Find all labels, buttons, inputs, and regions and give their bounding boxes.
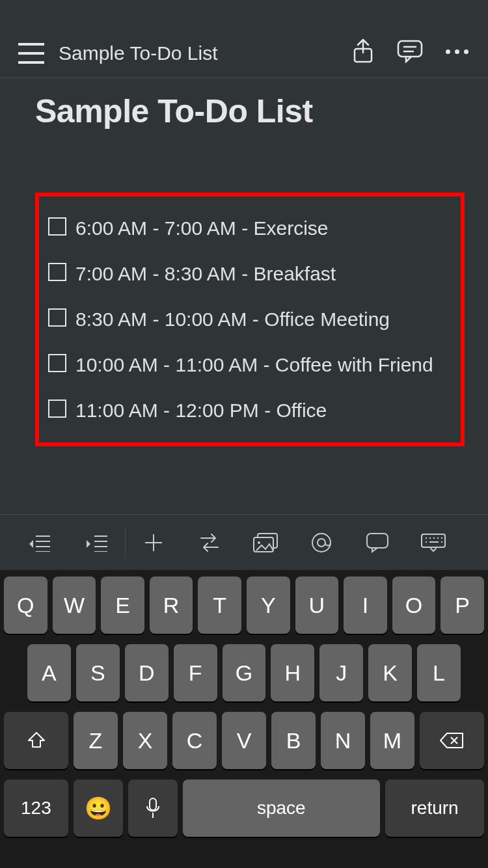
svg-rect-1: [398, 41, 422, 57]
backspace-key[interactable]: [420, 712, 484, 769]
svg-point-16: [258, 541, 260, 544]
checkbox-icon[interactable]: [48, 308, 66, 327]
checkbox-icon[interactable]: [48, 263, 66, 281]
key-k[interactable]: K: [368, 644, 412, 701]
key-l[interactable]: L: [417, 644, 461, 701]
todo-item[interactable]: 10:00 AM - 11:00 AM - Coffee with Friend: [46, 351, 446, 379]
key-j[interactable]: J: [319, 644, 363, 701]
key-m[interactable]: M: [370, 712, 414, 769]
comment-add-icon[interactable]: [349, 515, 405, 571]
svg-rect-31: [150, 798, 156, 810]
todo-text[interactable]: 6:00 AM - 7:00 AM - Exercise: [75, 215, 329, 242]
todo-text[interactable]: 10:00 AM - 11:00 AM - Coffee with Friend: [75, 351, 433, 379]
keyboard-dismiss-icon[interactable]: [405, 515, 461, 571]
keyboard-row-4: 123 😀 space return: [4, 780, 484, 837]
numbers-key[interactable]: 123: [4, 780, 68, 837]
emoji-key[interactable]: 😀: [74, 780, 123, 837]
key-e[interactable]: E: [101, 576, 144, 634]
todo-highlight-box: 6:00 AM - 7:00 AM - Exercise 7:00 AM - 8…: [35, 193, 465, 446]
indent-icon[interactable]: [69, 515, 125, 571]
top-nav: Sample To-Do List: [0, 0, 488, 78]
turn-into-icon[interactable]: [182, 515, 237, 571]
checkbox-icon[interactable]: [48, 354, 66, 372]
key-r[interactable]: R: [150, 576, 193, 634]
key-o[interactable]: O: [392, 576, 436, 634]
todo-item[interactable]: 8:30 AM - 10:00 AM - Office Meeting: [46, 306, 446, 333]
page-content: Sample To-Do List 6:00 AM - 7:00 AM - Ex…: [0, 78, 488, 446]
key-u[interactable]: U: [295, 576, 339, 634]
keyboard-row-3: Z X C V B N M: [4, 712, 484, 769]
svg-point-17: [312, 534, 331, 552]
mention-icon[interactable]: [293, 515, 349, 571]
key-f[interactable]: F: [174, 644, 217, 701]
shift-key[interactable]: [4, 712, 68, 769]
svg-rect-19: [367, 534, 388, 548]
key-i[interactable]: I: [344, 576, 387, 634]
outdent-icon[interactable]: [13, 515, 69, 571]
svg-point-18: [318, 539, 325, 547]
keyboard-row-1: Q W E R T Y U I O P: [4, 576, 484, 634]
todo-item[interactable]: 6:00 AM - 7:00 AM - Exercise: [46, 215, 446, 242]
key-z[interactable]: Z: [74, 712, 118, 769]
todo-text[interactable]: 11:00 AM - 12:00 PM - Office: [75, 397, 327, 424]
image-icon[interactable]: [237, 515, 293, 571]
key-d[interactable]: D: [125, 644, 169, 701]
more-icon[interactable]: [444, 38, 470, 64]
add-block-icon[interactable]: [126, 515, 182, 571]
key-w[interactable]: W: [53, 576, 96, 634]
key-p[interactable]: P: [441, 576, 484, 634]
todo-text[interactable]: 8:30 AM - 10:00 AM - Office Meeting: [75, 306, 390, 333]
todo-item[interactable]: 7:00 AM - 8:30 AM - Breakfast: [46, 260, 446, 288]
dictation-key[interactable]: [128, 780, 178, 837]
nav-left: Sample To-Do List: [18, 42, 350, 64]
checkbox-icon[interactable]: [48, 217, 66, 236]
key-v[interactable]: V: [222, 712, 266, 769]
onscreen-keyboard: Q W E R T Y U I O P A S D F G H J K L Z …: [0, 570, 488, 868]
key-y[interactable]: Y: [247, 576, 290, 634]
nav-right: [350, 38, 470, 64]
menu-icon[interactable]: [18, 43, 44, 64]
key-a[interactable]: A: [27, 644, 71, 701]
comment-icon[interactable]: [397, 38, 423, 64]
nav-title[interactable]: Sample To-Do List: [59, 42, 218, 64]
key-n[interactable]: N: [321, 712, 365, 769]
svg-rect-20: [422, 534, 445, 547]
return-key[interactable]: return: [385, 780, 484, 837]
checkbox-icon[interactable]: [48, 400, 66, 418]
key-c[interactable]: C: [172, 712, 217, 769]
format-toolbar: [0, 514, 488, 570]
page-title[interactable]: Sample To-Do List: [35, 92, 465, 130]
share-icon[interactable]: [350, 38, 376, 64]
todo-text[interactable]: 7:00 AM - 8:30 AM - Breakfast: [75, 260, 336, 288]
key-b[interactable]: B: [271, 712, 316, 769]
todo-item[interactable]: 11:00 AM - 12:00 PM - Office: [46, 397, 446, 424]
key-t[interactable]: T: [198, 576, 241, 634]
keyboard-row-2: A S D F G H J K L: [4, 644, 484, 701]
key-g[interactable]: G: [223, 644, 266, 701]
key-s[interactable]: S: [76, 644, 120, 701]
space-key[interactable]: space: [183, 780, 381, 837]
key-q[interactable]: Q: [4, 576, 47, 634]
key-h[interactable]: H: [271, 644, 314, 701]
key-x[interactable]: X: [123, 712, 167, 769]
